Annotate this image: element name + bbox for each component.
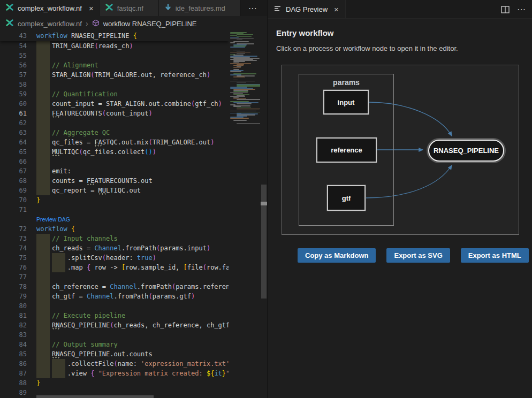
line-number: 77	[0, 272, 27, 282]
breadcrumb-file[interactable]: complex_workflow.nf	[18, 20, 82, 28]
code-line[interactable]: 69 qc_report = MULTIQC.out	[0, 186, 229, 195]
code-line[interactable]: 86 .collectFile(name: 'expression_matrix…	[0, 359, 229, 369]
line-number: 61	[0, 109, 27, 118]
close-icon[interactable]: ×	[89, 4, 94, 12]
minimap[interactable]	[229, 31, 260, 398]
code-line[interactable]: 54 TRIM_GALORE(reads_ch)	[0, 41, 229, 51]
breadcrumb-separator: ›	[86, 19, 88, 28]
minimap-line	[233, 41, 249, 42]
export-as-svg-button[interactable]: Export as SVG	[386, 248, 450, 263]
minimap-line	[233, 97, 239, 98]
sticky-scroll-line[interactable]: 43workflow RNASEQ_PIPELINE {	[0, 31, 229, 41]
code-line[interactable]: 61 FEATURECOUNTS(count_input)	[0, 109, 229, 118]
close-icon[interactable]: ×	[334, 5, 339, 14]
code-line[interactable]: 87 .view { "Expression matrix created: $…	[0, 369, 229, 378]
code-line[interactable]: 76 .map { row -> [row.sample_id, [file(r…	[0, 263, 229, 272]
code-line[interactable]: 59 // Quantification	[0, 89, 229, 99]
more-actions-icon[interactable]: ⋯	[517, 4, 527, 14]
line-number: 80	[0, 301, 27, 311]
minimap-line	[237, 82, 246, 83]
code-line[interactable]: 65 MULTIQC(qc_files.collect())	[0, 147, 229, 157]
code-line[interactable]: 71	[0, 205, 229, 215]
line-number: 72	[0, 224, 27, 234]
panel-tab-bar: DAG Preview × ⋯	[268, 0, 532, 19]
code-line[interactable]: 58	[0, 80, 229, 89]
minimap-line	[230, 47, 245, 48]
code-line[interactable]: 43workflow RNASEQ_PIPELINE {	[0, 31, 229, 41]
code-line[interactable]: 73 // Input channels	[0, 234, 229, 243]
code-line[interactable]: 77	[0, 272, 229, 282]
code-line[interactable]: 88}	[0, 378, 229, 388]
copy-as-markdown-button[interactable]: Copy as Markdown	[298, 248, 376, 263]
code-line[interactable]: 84 // Output summary	[0, 340, 229, 349]
code-line[interactable]: 83	[0, 330, 229, 340]
code-line[interactable]: 85 RNASEQ_PIPELINE.out.counts	[0, 349, 229, 359]
tab-ide-features[interactable]: ide_features.md ×	[159, 0, 241, 16]
tab-fastqc[interactable]: fastqc.nf ×	[100, 0, 159, 16]
tab-label: complex_workflow.nf	[18, 4, 82, 12]
line-number: 89	[0, 388, 27, 397]
minimap-line	[237, 103, 252, 104]
minimap-line	[230, 39, 254, 40]
code-line[interactable]: 56 // Alignment	[0, 60, 229, 70]
overview-ruler-marker	[261, 202, 267, 205]
indent-highlight	[36, 272, 50, 282]
export-as-html-button[interactable]: Export as HTML	[461, 248, 529, 263]
code-line[interactable]: 63 // Aggregate QC	[0, 128, 229, 137]
code-line[interactable]: 72workflow {	[0, 224, 229, 234]
line-number: 68	[0, 176, 27, 186]
horizontal-scrollbar[interactable]	[36, 395, 154, 398]
code-line[interactable]: 78 ch_reference = Channel.fromPath(param…	[0, 282, 229, 292]
minimap-line	[233, 78, 245, 79]
minimap-line	[230, 96, 245, 97]
node-gtf[interactable]: gtf	[327, 185, 366, 211]
code-line[interactable]: 82 RNASEQ_PIPELINE(ch_reads, ch_referenc…	[0, 320, 229, 330]
tab-bar: complex_workflow.nf × fastqc.nf × ide_fe…	[0, 0, 267, 16]
minimap-line	[233, 67, 241, 68]
line-number: 74	[0, 243, 27, 253]
panel-tab-label: DAG Preview	[286, 5, 328, 13]
tab-complex-workflow[interactable]: complex_workflow.nf ×	[0, 0, 100, 16]
line-number: 60	[0, 99, 27, 109]
code-line[interactable]: 66	[0, 157, 229, 166]
code-line[interactable]: 57 STAR_ALIGN(TRIM_GALORE.out, reference…	[0, 70, 229, 80]
panel-heading: Entry workflow	[276, 28, 532, 37]
code-line[interactable]: 70}	[0, 195, 229, 205]
code-line[interactable]: 68 counts = FEATURECOUNTS.out	[0, 176, 229, 186]
line-number: 86	[0, 359, 27, 369]
minimap-line	[230, 42, 235, 43]
code-line[interactable]: 64 qc_files = FASTQC.out.mix(TRIM_GALORE…	[0, 137, 229, 147]
code-line[interactable]: 75 .splitCsv(header: true)	[0, 253, 229, 263]
indent-highlight	[36, 301, 50, 311]
code-lines: 54 TRIM_GALORE(reads_ch)5556 // Alignmen…	[0, 41, 229, 397]
minimap-line	[230, 71, 241, 72]
codelens-row[interactable]: Preview DAG	[0, 215, 229, 224]
code-line[interactable]: 62	[0, 118, 229, 128]
line-number: 63	[0, 128, 27, 137]
line-number: 85	[0, 349, 27, 359]
line-number: 76	[0, 263, 27, 272]
minimap-line	[230, 37, 239, 39]
code-line[interactable]: 67 emit:	[0, 166, 229, 176]
code-line[interactable]: 60 count_input = STAR_ALIGN.out.combine(…	[0, 99, 229, 109]
code-editor[interactable]: 43workflow RNASEQ_PIPELINE { 54 TRIM_GAL…	[0, 31, 229, 398]
code-line[interactable]: 81 // Execute pipeline	[0, 311, 229, 320]
code-line[interactable]: 74 ch_reads = Channel.fromPath(params.in…	[0, 243, 229, 253]
more-tabs-icon[interactable]: ⋯	[241, 0, 265, 16]
node-rnaseq-pipeline[interactable]: RNASEQ_PIPELINE	[428, 140, 504, 162]
vertical-scrollbar[interactable]	[261, 31, 267, 398]
breadcrumb[interactable]: complex_workflow.nf › workflow RNASEQ_PI…	[0, 16, 267, 31]
line-number: 73	[0, 234, 27, 243]
indent-highlight	[36, 330, 50, 340]
node-reference[interactable]: reference	[316, 137, 377, 163]
line-number: 43	[0, 31, 27, 41]
tab-dag-preview[interactable]: DAG Preview ×	[268, 0, 346, 18]
split-editor-icon[interactable]	[501, 6, 510, 13]
nextflow-icon	[5, 19, 14, 28]
code-line[interactable]: 80	[0, 301, 229, 311]
node-input[interactable]: input	[323, 90, 369, 114]
breadcrumb-symbol[interactable]: workflow RNASEQ_PIPELINE	[103, 20, 197, 28]
code-line[interactable]: 79 ch_gtf = Channel.fromPath(params.gtf)	[0, 292, 229, 301]
code-line[interactable]: 55	[0, 51, 229, 60]
markdown-icon	[164, 4, 172, 13]
